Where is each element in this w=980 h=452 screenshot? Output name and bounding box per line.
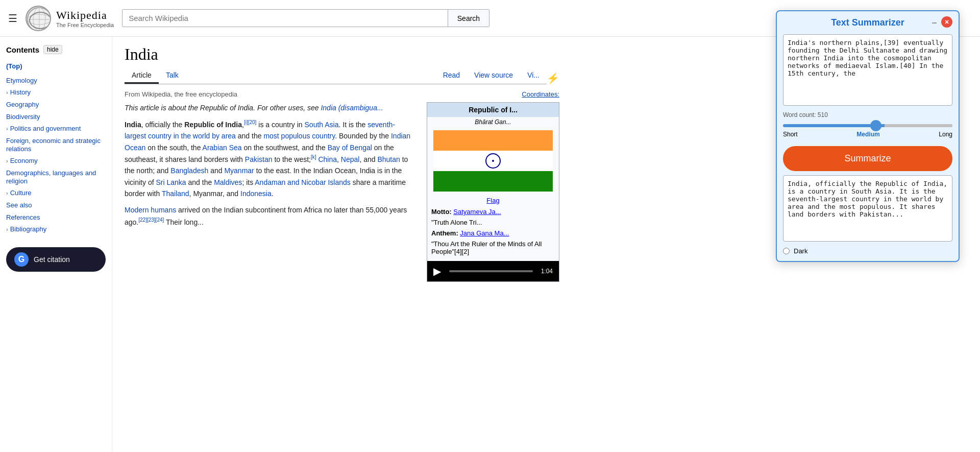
slider-label-long: Long [939,131,952,138]
summarizer-close-button[interactable]: × [941,16,952,28]
south-asia-link[interactable]: South Asia [305,121,339,129]
video-time: 1:04 [541,268,553,275]
bay-of-bengal-link[interactable]: Bay of Bengal [328,144,372,152]
tab-article[interactable]: Article [125,68,159,84]
maldives-link[interactable]: Maldives [214,178,242,186]
toc-item-biodiversity: Biodiversity [6,110,106,123]
translate-icon[interactable]: ⚡ [547,72,559,84]
summarize-button[interactable]: Summarize [783,146,952,171]
tab-read[interactable]: Read [436,68,467,84]
flag-white-stripe [433,151,553,171]
summarizer-input-textarea[interactable] [783,34,952,106]
anthem-translation-text: "Thou Art the Ruler of the Minds of All … [431,240,542,255]
andaman-link[interactable]: Andaman and Nicobar Islands [255,178,351,186]
toc-link-top[interactable]: (Top) [6,62,22,70]
menu-icon[interactable]: ☰ [8,12,17,25]
tab-view-source[interactable]: View source [467,68,520,84]
summarizer-title: Text Summarizer [831,17,904,28]
search-bar[interactable]: Search [122,9,489,27]
toc-link-etymology[interactable]: Etymology [6,77,37,84]
indonesia-link[interactable]: Indonesia [240,189,272,198]
search-button[interactable]: Search [448,10,489,27]
toc-arrow-politics[interactable]: › [6,126,8,132]
from-wiki: From Wikipedia, the free encyclopedia Co… [125,90,559,98]
toc-arrow-history[interactable]: › [6,89,8,96]
toc-arrow-economy[interactable]: › [6,158,8,164]
modern-humans-link[interactable]: Modern humans [125,206,176,214]
arabian-sea-link[interactable]: Arabian Sea [203,144,242,152]
motto-value[interactable]: Satyameva Ja... [453,208,501,216]
pakistan-link[interactable]: Pakistan [245,155,273,163]
toc-arrow-culture[interactable]: › [6,190,8,196]
toc-item-culture: › Culture [6,187,106,199]
infobox: Republic of I... Bhārat Gan... Flag Mott… [427,102,559,282]
toc-link-biodiversity[interactable]: Biodiversity [6,113,40,121]
dark-mode-toggle: Dark [783,247,952,255]
wikipedia-title: Wikipedia [56,9,114,22]
wikipedia-subtitle: The Free Encyclopedia [56,22,114,28]
play-button[interactable]: ▶ [433,265,441,277]
toc-link-bibliography[interactable]: Bibliography [10,225,47,233]
article-tabs: Article Talk Read View source Vi... [125,68,547,84]
toc-link-history[interactable]: History [10,88,31,96]
toc-link-demographics[interactable]: Demographics, languages and religion [6,169,96,185]
toc-link-geography[interactable]: Geography [6,101,39,108]
summarizer-output-textarea[interactable] [783,175,952,242]
infobox-motto-row: Motto: Satyameva Ja... [427,206,559,217]
toc-link-culture[interactable]: Culture [10,189,32,197]
svg-point-2 [28,14,51,25]
flag-link[interactable]: Flag [486,197,499,204]
toc-item-bibliography: › Bibliography [6,223,106,235]
nepal-link[interactable]: Nepal [341,155,360,163]
sidebar: Contents hide (Top) Etymology › History … [0,37,112,452]
tab-more[interactable]: Vi... [520,68,547,84]
text-summarizer-panel: Text Summarizer ··· × Word count: 510 Sh… [776,10,960,262]
wikipedia-wordmark: Wikipedia The Free Encyclopedia [56,9,114,28]
ashoka-chakra-icon [485,153,501,169]
summarizer-more-button[interactable]: ··· [932,17,936,28]
toc-item-foreign: Foreign, economic and strategic relation… [6,134,106,155]
video-progress-bar[interactable] [449,270,533,272]
toc-link-politics[interactable]: Politics and government [10,125,81,132]
thailand-link[interactable]: Thailand [162,189,189,198]
china-link[interactable]: China [318,155,337,163]
coordinates-link[interactable]: Coordinates: [522,90,559,98]
toc-item-politics: › Politics and government [6,123,106,134]
toc-arrow-bibliography[interactable]: › [6,226,8,232]
flag-label[interactable]: Flag [427,195,559,206]
slider-label-medium: Medium [856,131,879,138]
tab-talk[interactable]: Talk [159,68,186,84]
bhutan-link[interactable]: Bhutan [377,155,400,163]
seventh-largest-link[interactable]: seventh-largest country in the world by … [125,121,395,140]
infobox-title: Republic of I... [427,103,559,117]
toc-item-references: References [6,211,106,223]
toc-link-seealso[interactable]: See also [6,201,32,209]
summary-length-slider[interactable] [783,124,952,127]
sri-lanka-link[interactable]: Sri Lanka [156,178,186,186]
bangladesh-link[interactable]: Bangladesh [170,166,208,175]
from-wiki-text: From Wikipedia, the free encyclopedia [125,90,237,98]
get-citation-button[interactable]: G Get citation [6,247,106,272]
g-icon: G [14,252,29,267]
myanmar-link[interactable]: Myanmar [224,166,254,175]
video-player: ▶ 1:04 [427,261,559,281]
toc-link-economy[interactable]: Economy [10,157,38,164]
disambiguation-link[interactable]: India (disambigua... [321,104,383,112]
toc-item-etymology: Etymology [6,74,106,86]
most-populous-link[interactable]: most populous country [263,132,335,140]
anthem-value[interactable]: Jana Gana Ma... [460,229,509,237]
infobox-motto-translation: "Truth Alone Tri... [427,217,559,228]
toc-item-history: › History [6,86,106,98]
slider-label-short: Short [783,131,798,138]
hide-button[interactable]: hide [43,45,62,54]
search-input[interactable] [122,10,448,27]
infobox-anthem-translation: "Thou Art the Ruler of the Minds of All … [427,239,559,257]
infobox-anthem-row: Anthem: Jana Gana Ma... [427,228,559,239]
toc-item-economy: › Economy [6,155,106,166]
article-content: India ⚡ Article Talk Read View source Vi… [112,37,572,452]
toc-item-top: (Top) [6,60,106,72]
dark-mode-radio[interactable] [783,248,790,254]
slider-container: Short Medium Long [783,121,952,138]
toc-link-foreign[interactable]: Foreign, economic and strategic relation… [6,137,101,153]
toc-link-references[interactable]: References [6,213,40,221]
